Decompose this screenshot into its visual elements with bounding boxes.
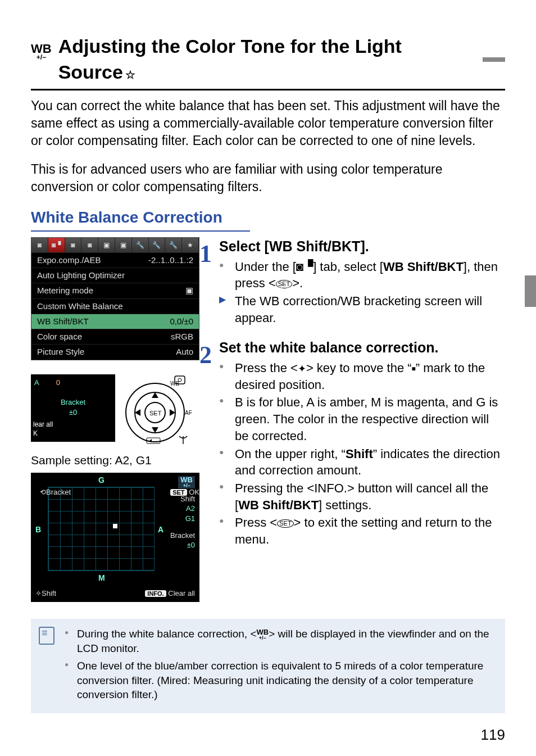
bullet: On the upper right, “Shift” indicates th… — [219, 446, 505, 479]
menu-value: sRGB — [171, 331, 193, 342]
grid-marker — [113, 524, 117, 528]
lcd-zero: 0 — [56, 378, 60, 388]
section-heading: White Balance Correction — [31, 207, 250, 232]
info-button-icon: INFO. — [314, 481, 347, 495]
title-end-bar — [483, 57, 505, 62]
lcd-bracket: Bracket — [61, 398, 85, 406]
square-mark-icon: ■ — [412, 365, 416, 373]
menu-tab: 🔧 — [132, 238, 149, 252]
lcd-small: A0 Bracket ±0 lear all K — [31, 374, 115, 442]
right-column: 1 Select [WB Shift/BKT]. Under the [◙▝] … — [219, 237, 505, 602]
icon-bottom: +/− — [37, 54, 46, 61]
menu-row: Color spacesRGB — [31, 329, 199, 344]
menu-value: Auto — [176, 346, 193, 357]
page-title: Adjusting the Color Tone for the Light S… — [58, 34, 471, 85]
grid-inner — [48, 487, 155, 571]
grid-g: G — [98, 475, 105, 486]
grid-m: M — [98, 573, 105, 583]
control-dial-illustration: SET WB AF — [119, 374, 197, 445]
grid-b: B — [35, 524, 41, 535]
bullet: B is for blue, A is amber, M is magenta,… — [219, 394, 505, 444]
result-bullet: The WB correction/WB bracketing screen w… — [219, 293, 505, 326]
menu-label: Custom White Balance — [37, 301, 123, 312]
step-1-heading: 1 Select [WB Shift/BKT]. — [219, 237, 505, 256]
grid-footer: ✧Shift INFO. Clear all — [35, 588, 195, 599]
menu-tab-active: ◙▝ — [48, 238, 65, 252]
menu-row: Auto Lighting Optimizer — [31, 268, 199, 283]
sample-caption: Sample setting: A2, G1 — [31, 452, 205, 468]
menu-row: Picture StyleAuto — [31, 344, 199, 359]
menu-tab: ◙ — [65, 238, 82, 252]
menu-tab: ▣ — [115, 238, 132, 252]
menu-tab: 🔧 — [149, 238, 166, 252]
bullet: Press <SET> to exit the setting and retu… — [219, 514, 505, 547]
lcd-ok: K — [33, 429, 38, 437]
menu-label: Auto Lighting Optimizer — [37, 270, 125, 281]
star-icon: ☆ — [125, 69, 135, 81]
menu-tab: ◙ — [31, 238, 48, 252]
menu-value: -2..1..0..1.:2 — [148, 255, 193, 266]
lcd-clear: lear all — [33, 420, 53, 428]
cross-key-icon: ✦ — [298, 362, 306, 375]
content-section: ◙ ◙▝ ◙ ◙ ▣ ▣ 🔧 🔧 🔧 ★ Expo.comp./AEB-2..1… — [31, 237, 505, 602]
lcd-pm: ±0 — [69, 408, 77, 417]
step-number-2: 2 — [199, 338, 212, 372]
step-2-title: Set the white balance correction. — [219, 339, 438, 355]
bullet: Press the <✦> key to move the “■” mark t… — [219, 360, 505, 393]
set-icon: SET — [276, 280, 292, 288]
step-number-1: 1 — [199, 237, 212, 270]
menu-row: Metering mode▣ — [31, 283, 199, 298]
title-text: Adjusting the Color Tone for the Light S… — [58, 35, 402, 83]
svg-text:AF: AF — [185, 410, 192, 416]
menu-label: Metering mode — [37, 285, 93, 296]
lcd-dial-block: A0 Bracket ±0 lear all K SET WB AF — [31, 374, 205, 445]
menu-label: WB Shift/BKT — [37, 316, 89, 327]
bullet: Pressing the <INFO.> button will cancel … — [219, 480, 505, 513]
page-title-row: WB +/− Adjusting the Color Tone for the … — [31, 34, 505, 90]
bullet: Under the [◙▝] tab, select [WB Shift/BKT… — [219, 259, 505, 292]
intro-paragraph-1: You can correct the white balance that h… — [31, 97, 505, 150]
set-icon: SET — [277, 519, 293, 528]
note-box: During the white balance correction, <WB… — [31, 619, 505, 713]
left-column: ◙ ◙▝ ◙ ◙ ▣ ▣ 🔧 🔧 🔧 ★ Expo.comp./AEB-2..1… — [31, 237, 205, 602]
wb-correction-grid: G B A M WB+/− Shift A2 G1 Bracket ±0 ✧Sh… — [31, 473, 199, 602]
grid-bracket: Bracket — [170, 531, 195, 541]
intro-paragraph-2: This is for advanced users who are famil… — [31, 161, 505, 196]
info-badge: INFO. — [145, 590, 166, 597]
menu-label: Picture Style — [37, 346, 84, 357]
set-badge: SET — [170, 489, 187, 496]
side-tab — [525, 275, 536, 307]
step-1-bullets: Under the [◙▝] tab, select [WB Shift/BKT… — [219, 259, 505, 327]
page-number: 119 — [481, 725, 505, 745]
svg-text:SET: SET — [149, 410, 162, 417]
grid-pm: ±0 — [170, 540, 195, 550]
menu-tab: 🔧 — [165, 238, 182, 252]
grid-footer2: ⟲Bracket SET OK — [40, 487, 199, 497]
grid-a: A — [158, 524, 163, 535]
menu-row: Expo.comp./AEB-2..1..0..1.:2 — [31, 252, 199, 268]
note-item: During the white balance correction, <WB… — [65, 627, 496, 655]
menu-value: 0,0/±0 — [170, 316, 193, 327]
menu-row: Custom White Balance — [31, 298, 199, 314]
note-item: One level of the blue/amber correction i… — [65, 659, 496, 702]
lcd-a: A — [34, 378, 39, 388]
note-icon — [39, 627, 54, 645]
menu-tab: ◙ — [81, 238, 98, 252]
menu-label: Expo.comp./AEB — [37, 255, 101, 266]
camera-menu-screenshot: ◙ ◙▝ ◙ ◙ ▣ ▣ 🔧 🔧 🔧 ★ Expo.comp./AEB-2..1… — [31, 237, 199, 360]
svg-point-6 — [178, 378, 181, 382]
menu-tab: ★ — [182, 238, 199, 252]
menu-tabs: ◙ ◙▝ ◙ ◙ ▣ ▣ 🔧 🔧 🔧 ★ — [31, 238, 199, 252]
step-2-bullets: Press the <✦> key to move the “■” mark t… — [219, 360, 505, 548]
menu-tab: ▣ — [98, 238, 115, 252]
grid-a2: A2 — [170, 504, 195, 514]
step-1-title: Select [WB Shift/BKT]. — [219, 238, 369, 254]
menu-value: ▣ — [185, 285, 193, 296]
menu-label: Color space — [37, 331, 82, 342]
wb-shift-small-icon: WB+/− — [256, 629, 269, 640]
wb-shift-icon: WB +/− — [31, 43, 52, 61]
menu-row-selected: WB Shift/BKT0,0/±0 — [31, 314, 199, 329]
grid-g1: G1 — [170, 514, 195, 524]
camera-tab-icon: ◙▝ — [296, 259, 313, 275]
step-2-heading: 2 Set the white balance correction. — [219, 338, 505, 357]
